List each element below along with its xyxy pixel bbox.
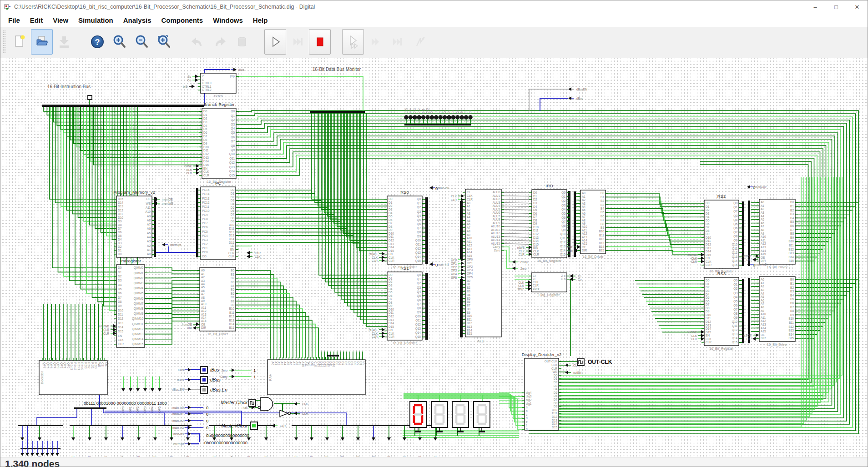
- component-rs2[interactable]: RS216_Bit_RegisterD0D1D2D3D4D5D6D7D8D9D1…: [701, 194, 742, 273]
- tunnel-OP2[interactable]: OP2: [136, 377, 140, 412]
- wire[interactable]: [236, 152, 700, 167]
- wire[interactable]: [501, 247, 513, 262]
- tunnel-dBus[interactable]: dBus: [177, 378, 191, 382]
- tunnel-CLK[interactable]: CLK: [294, 402, 308, 406]
- tunnel-Co[interactable]: Co: [187, 78, 198, 82]
- wire[interactable]: [103, 409, 164, 425]
- menu-item-simulation[interactable]: Simulation: [73, 15, 118, 25]
- tunnel-main-in1[interactable]: main-in1: [172, 412, 191, 416]
- wire[interactable]: [236, 110, 700, 111]
- wire[interactable]: [236, 136, 700, 146]
- wire[interactable]: [501, 192, 532, 193]
- wire[interactable]: [501, 223, 532, 224]
- tunnel-main-in2[interactable]: main-in2: [747, 185, 767, 189]
- wire[interactable]: [338, 113, 387, 296]
- component-rs3[interactable]: RS316_Bit_RegisterD0D1D2D3D4D5D6D7D8D9D1…: [701, 271, 742, 351]
- tunnel-OP5[interactable]: OP5: [451, 276, 464, 279]
- tunnel-Carry[interactable]: Carry: [512, 260, 528, 264]
- bus-splitter-bar[interactable]: [460, 279, 463, 337]
- wire[interactable]: [606, 239, 704, 245]
- led-D9[interactable]: [430, 115, 434, 119]
- tunnel-rd0WE[interactable]: rd0WE: [294, 426, 298, 457]
- component-ird-driver[interactable]: 16_Bit_DriverA0A1A2A3A4A5A6A7A8A9A10A11A…: [578, 190, 608, 259]
- wire[interactable]: [501, 230, 532, 231]
- tunnel-CLR[interactable]: CLR: [519, 252, 532, 256]
- component-rs1[interactable]: RS116_Bit_RegisterD0D1D2D3D4D5D6D7D8D9D1…: [384, 266, 425, 345]
- wire[interactable]: [606, 193, 704, 203]
- menu-item-file[interactable]: File: [3, 15, 25, 25]
- wire[interactable]: [109, 107, 116, 310]
- wire[interactable]: [92, 107, 117, 297]
- wire[interactable]: [236, 76, 363, 111]
- tunnel-CLR[interactable]: CLR: [186, 171, 199, 175]
- wire[interactable]: [529, 142, 829, 402]
- wire[interactable]: [84, 107, 116, 221]
- open-file-button[interactable]: [31, 29, 53, 55]
- menu-item-help[interactable]: Help: [248, 15, 273, 25]
- tunnel-OP0[interactable]: OP0: [121, 377, 125, 412]
- led-D11[interactable]: [421, 115, 425, 119]
- tunnel-main-in0[interactable]: main-in0: [172, 406, 191, 409]
- help-button[interactable]: ?: [86, 29, 108, 55]
- wire[interactable]: [606, 235, 704, 241]
- component-rs3-driver[interactable]: 16_Bit_DriverA0A1A2A3A4A5A6A7A8A9A10A11A…: [757, 276, 798, 346]
- tunnel-CLR[interactable]: CLR: [691, 337, 704, 341]
- wire[interactable]: [501, 206, 532, 206]
- wire[interactable]: [236, 158, 700, 176]
- tunnel-rs3WE[interactable]: rs3WE: [372, 426, 375, 457]
- wire[interactable]: [501, 250, 513, 268]
- led-D1[interactable]: [464, 115, 468, 119]
- component-program-memory[interactable]: Program_Memory_v2D15D14D13D12D11D10D9D8D…: [113, 190, 155, 257]
- tunnel-iBus[interactable]: iBus: [231, 68, 244, 71]
- tunnel-CLR[interactable]: CLR: [103, 331, 116, 335]
- tunnel-main-in3[interactable]: main-in3: [747, 262, 767, 266]
- tunnel-CLR[interactable]: CLR: [372, 335, 385, 338]
- tunnel-ImmWE[interactable]: ImmWE: [99, 324, 116, 328]
- wire[interactable]: [112, 107, 117, 240]
- tunnel-rs1WE[interactable]: rs1WE: [369, 328, 385, 331]
- tunnel-ImmOE[interactable]: ImmOE: [71, 426, 75, 457]
- wire[interactable]: [501, 233, 532, 234]
- wire[interactable]: [94, 107, 202, 165]
- tunnel-CLK[interactable]: CLK: [247, 255, 261, 258]
- tunnel-mon-dis[interactable]: mon-dis: [173, 432, 191, 436]
- wire[interactable]: [77, 107, 202, 147]
- wire[interactable]: [145, 273, 200, 274]
- tunnel-rs2WE[interactable]: rs2WE: [688, 253, 705, 256]
- not-gate-icon[interactable]: [280, 410, 288, 417]
- probe-clock[interactable]: [577, 359, 584, 366]
- seven-segment-display-1[interactable]: [431, 402, 448, 432]
- tunnel-iBus[interactable]: iBus: [178, 368, 191, 372]
- tunnel-ImmOE[interactable]: ImmOE: [182, 322, 199, 326]
- led-D15[interactable]: [404, 115, 408, 119]
- component-alu[interactable]: CICLKCLRA0A1A2A3A4A5A6A7A8A9A10A11A12A13…: [463, 189, 504, 337]
- wire[interactable]: [75, 107, 116, 285]
- component-rs2-driver[interactable]: 16_Bit_DriverA0A1A2A3A4A5A6A7A8A9A10A11A…: [757, 199, 798, 269]
- wire[interactable]: [236, 286, 283, 358]
- tunnel-inBOE[interactable]: inBOE: [387, 426, 391, 457]
- minimize-button[interactable]: –: [805, 0, 826, 13]
- tunnel-CLR[interactable]: CLR: [294, 412, 308, 415]
- component-imm-driver[interactable]: 16_Bit_DriverA0A1A2A3A4A5A6A7A8A9A10A11A…: [197, 267, 238, 336]
- tunnel-pcWE[interactable]: pcWE: [186, 426, 190, 457]
- wire[interactable]: [56, 107, 117, 203]
- tunnel-Zo[interactable]: Zo: [187, 75, 198, 78]
- tunnel-dBus.EN[interactable]: dBus.EN: [172, 387, 191, 391]
- bus-splitter-bar[interactable]: [154, 197, 156, 257]
- tunnel-rd1WE[interactable]: rd1WE: [310, 426, 313, 457]
- led-D12[interactable]: [417, 115, 421, 119]
- wire[interactable]: [236, 149, 700, 163]
- bus-splitter-bar[interactable]: [20, 448, 61, 449]
- tunnel-irOE[interactable]: irOE: [38, 426, 41, 457]
- bus-splitter-bar[interactable]: [42, 105, 204, 107]
- led-D13[interactable]: [413, 115, 417, 119]
- led-D10[interactable]: [426, 115, 429, 119]
- wire[interactable]: [501, 196, 532, 196]
- wire[interactable]: [501, 213, 532, 213]
- tunnel-CLR[interactable]: CLR: [272, 424, 286, 427]
- seven-segment-display-3[interactable]: [474, 402, 490, 432]
- menu-item-edit[interactable]: Edit: [25, 15, 48, 25]
- tunnel-rdOE[interactable]: rdOE: [566, 245, 580, 249]
- wire[interactable]: [501, 220, 532, 220]
- led-D0[interactable]: [469, 115, 472, 119]
